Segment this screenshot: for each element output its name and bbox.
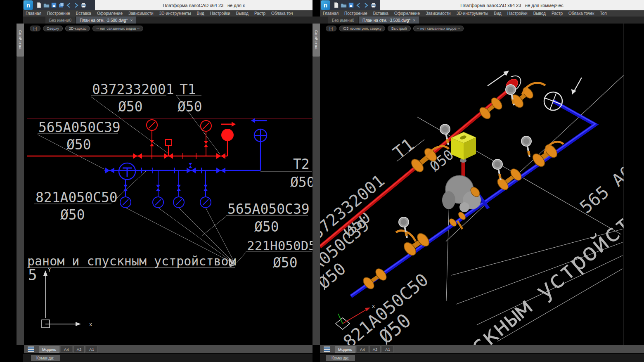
ucs-y-label: Y xyxy=(48,267,51,273)
window-title: Платформа nanoCAD x64 23 - не для к xyxy=(95,0,313,10)
layout-tabs-bar: Модель А4 А2 А1 xyxy=(320,345,644,353)
label-art3-dn: Ø50 xyxy=(60,207,85,223)
viewport-view-button[interactable]: Сверху xyxy=(43,26,63,31)
gauge-icon xyxy=(521,136,531,157)
window-title: Платформа nanoCAD x64 23 - не для коммер… xyxy=(380,0,644,10)
label-t1: Т1 xyxy=(389,134,418,163)
menu-nastroyki[interactable]: Настройки xyxy=(504,11,530,16)
menu-3d-instrumenty[interactable]: 3D-инструменты xyxy=(156,11,194,16)
nanocad-logo-icon: n xyxy=(24,0,33,10)
nanocad-window-2d: n Платформа nanoCAD x64 23 - не для к Гл… xyxy=(17,0,313,362)
tab-a4[interactable]: А4 xyxy=(61,346,72,353)
viewport-view-button[interactable]: ЮЗ изометрия, сверху xyxy=(339,26,385,31)
new-document-icon[interactable] xyxy=(36,2,42,8)
tab-a1[interactable]: А1 xyxy=(382,346,393,353)
save-icon[interactable] xyxy=(348,2,354,8)
menu-oformlenie[interactable]: Оформление xyxy=(391,11,423,16)
menu-zavisimosti[interactable]: Зависимости xyxy=(423,11,454,16)
menu-glavnaya[interactable]: Главная xyxy=(23,11,44,16)
tab-a1[interactable]: А1 xyxy=(86,346,97,353)
undo-icon[interactable] xyxy=(355,2,362,8)
ucs-icon-2d: Y x xyxy=(42,267,92,328)
tab-a4[interactable]: А4 xyxy=(357,346,368,353)
label-art5-dn: Ø50 xyxy=(273,255,298,271)
viewport-style-button[interactable]: Быстрый xyxy=(388,26,411,31)
flow-arrow-left xyxy=(251,118,255,123)
menu-vid[interactable]: Вид xyxy=(194,11,207,16)
layout-grid-icon[interactable] xyxy=(28,346,34,352)
layout-grid-icon[interactable] xyxy=(324,346,330,352)
menu-3d-instrumenty[interactable]: 3D-инструменты xyxy=(454,11,491,16)
save-icon[interactable] xyxy=(51,2,57,8)
viewport-menu-button[interactable]: [-] xyxy=(326,26,336,31)
viewport-links-button[interactable]: -- нет связанных видов -- xyxy=(92,26,143,31)
save-all-icon[interactable] xyxy=(58,2,64,8)
drawing-canvas-2d[interactable]: [-] Сверху 2D-каркас -- нет связанных ви… xyxy=(24,24,313,345)
menu-oblaka[interactable]: Облака точ xyxy=(268,11,296,16)
gauge-icon xyxy=(492,159,502,180)
menu-zavisimosti[interactable]: Зависимости xyxy=(125,11,156,16)
flow-arrow-up-icon xyxy=(503,71,509,76)
redo-icon[interactable] xyxy=(73,2,79,8)
viewport-menu-button[interactable]: [-] xyxy=(30,26,40,31)
doc-tab-plan-label: План на отм. -3.500.dwg* xyxy=(362,18,410,23)
doc-tab-untitled[interactable]: Без имени0 xyxy=(328,17,358,24)
close-tab-icon[interactable]: × xyxy=(130,18,133,23)
ribbon-menu: Главная Построение Вставка Оформление За… xyxy=(23,10,313,17)
viewport-controls: [-] ЮЗ изометрия, сверху Быстрый -- нет … xyxy=(326,26,464,31)
open-folder-icon[interactable] xyxy=(341,2,347,8)
doc-tab-plan[interactable]: План на отм. -3.500.dwg*× xyxy=(359,17,419,24)
menu-rastr[interactable]: Растр xyxy=(549,11,566,16)
redo-icon[interactable] xyxy=(363,2,369,8)
label-t2: Т2 xyxy=(293,156,310,172)
menu-vyvod[interactable]: Вывод xyxy=(530,11,549,16)
label-number-5: 5 xyxy=(28,266,37,283)
menu-vid[interactable]: Вид xyxy=(491,11,504,16)
flow-arrow-down-icon xyxy=(571,89,576,95)
viewport-style-button[interactable]: 2D-каркас xyxy=(65,26,90,31)
command-line[interactable]: Команда: xyxy=(320,354,644,362)
tab-a2[interactable]: А2 xyxy=(369,346,381,353)
menu-rastr[interactable]: Растр xyxy=(251,11,268,16)
properties-panel-tab[interactable]: Свойства xyxy=(17,24,24,57)
tab-model[interactable]: Модель xyxy=(335,346,355,353)
doc-tab-untitled[interactable]: Без имени0 xyxy=(45,17,75,24)
menu-oformlenie[interactable]: Оформление xyxy=(94,11,125,16)
menu-vyvod[interactable]: Вывод xyxy=(233,11,251,16)
undo-icon[interactable] xyxy=(66,2,72,8)
menu-vstavka[interactable]: Вставка xyxy=(370,11,391,16)
doc-tab-plan[interactable]: План на отм. -3.500.dwg*× xyxy=(76,17,136,24)
open-folder-icon[interactable] xyxy=(43,2,50,8)
close-tab-icon[interactable]: × xyxy=(413,18,415,23)
command-prompt[interactable]: Команда: xyxy=(31,355,60,361)
annotations-2d: 0372332001 Ø50 Т1 Ø50 565А050С39 Ø50 821… xyxy=(27,81,313,283)
new-document-icon[interactable] xyxy=(333,2,339,8)
command-prompt[interactable]: Команда: xyxy=(326,355,355,361)
label-art2: 565А050С39 xyxy=(38,119,121,135)
print-icon[interactable] xyxy=(80,2,87,8)
plan-drawing: 0372332001 Ø50 Т1 Ø50 565А050С39 Ø50 821… xyxy=(24,24,313,345)
viewport-controls: [-] Сверху 2D-каркас -- нет связанных ви… xyxy=(30,26,143,31)
tab-model[interactable]: Модель xyxy=(39,346,59,353)
command-line[interactable]: Команда: xyxy=(23,354,313,362)
label-note: раном и спускным устройством xyxy=(27,254,236,268)
drawing-canvas-3d[interactable]: [-] ЮЗ изометрия, сверху Быстрый -- нет … xyxy=(320,24,644,345)
viewport-links-button[interactable]: -- нет связанных видов -- xyxy=(413,26,464,31)
menu-oblaka[interactable]: Облака точек xyxy=(566,11,597,16)
titlebar-left-section: n xyxy=(23,0,95,10)
menu-postroenie[interactable]: Построение xyxy=(44,11,73,16)
doc-tab-untitled-label: Без имени0 xyxy=(49,18,71,23)
ribbon-menu: Главная Построение Вставка Оформление За… xyxy=(320,10,644,17)
label-art2-dn: Ø50 xyxy=(66,137,91,153)
ucs-x-label: x xyxy=(372,303,375,309)
menu-postroenie[interactable]: Построение xyxy=(341,11,370,16)
menu-nastroyki[interactable]: Настройки xyxy=(207,11,233,16)
menu-vstavka[interactable]: Вставка xyxy=(73,11,94,16)
label-art1-dn: Ø50 xyxy=(118,99,143,115)
print-icon[interactable] xyxy=(370,2,376,8)
tab-a2[interactable]: А2 xyxy=(73,346,85,353)
pump-body xyxy=(442,175,481,212)
menu-top[interactable]: Топ xyxy=(597,11,609,16)
menu-glavnaya[interactable]: Главная xyxy=(320,11,341,16)
properties-panel-tab[interactable]: Свойства xyxy=(313,24,320,57)
